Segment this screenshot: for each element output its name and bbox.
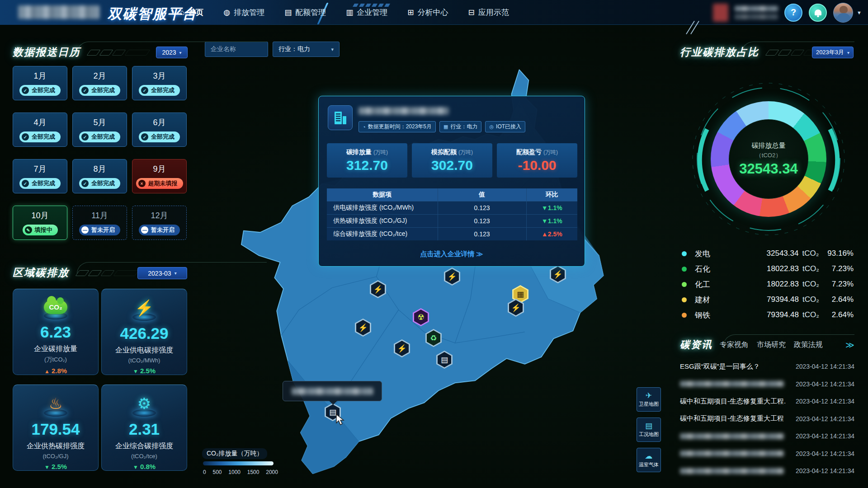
- legend-value: 32543.34: [749, 249, 799, 258]
- news-item[interactable]: 2023-04-12 14:21:34: [680, 427, 854, 445]
- news-item[interactable]: 2023-04-12 14:21:34: [680, 375, 854, 393]
- layer-button-工况地图[interactable]: ▤工况地图: [637, 418, 661, 442]
- news-title-redacted: [680, 381, 784, 387]
- nav-item-排放管理[interactable]: ◍排放管理: [223, 7, 264, 18]
- nav-item-企业管理[interactable]: ▥企业管理: [346, 7, 387, 18]
- month-status-badge: ✎填报中: [23, 225, 58, 235]
- notification-bell-button[interactable]: [809, 4, 827, 22]
- brand-logo-redacted: [18, 5, 99, 19]
- industry-select[interactable]: 行业：电力 ▾: [273, 42, 340, 57]
- table-hb-cell: ▼1.1%: [526, 214, 577, 227]
- news-item[interactable]: ESG跟“双碳”是一回事么？2023-04-12 14:21:34: [680, 358, 854, 375]
- nav-item-分析中心[interactable]: ⊞分析中心: [407, 7, 448, 18]
- enterprise-popup: ◔数据更新时间：2023年5月▦行业：电力◎IOT已接入 碳排放量 (万吨)31…: [318, 96, 585, 267]
- org-name-redacted: [735, 6, 778, 19]
- month-label: 2月: [93, 70, 106, 81]
- bolt-icon: ⚡: [509, 300, 523, 315]
- badge-label: IOT已接入: [496, 123, 521, 131]
- month-status-badge: ✓全部完成: [19, 85, 61, 96]
- month-card-9月[interactable]: 9月×超期未填报: [132, 159, 187, 193]
- bolt-icon: ⚡: [356, 320, 370, 335]
- mouse-cursor: [335, 414, 345, 426]
- month-status-badge: ✓全部完成: [79, 131, 120, 142]
- iot-icon: ◎: [489, 124, 494, 130]
- scale-tick: 500: [212, 469, 222, 475]
- news-title: 碳中和五期项目-生态修复重大工程...: [680, 397, 786, 406]
- news-tab-专家视角[interactable]: 专家视角: [720, 340, 749, 350]
- month-card-1月[interactable]: 1月✓全部完成: [13, 66, 67, 100]
- nav-item-label: 首页: [188, 7, 203, 18]
- title-deco: [89, 50, 148, 56]
- month-grid: 1月✓全部完成2月✓全部完成3月✓全部完成4月✓全部完成5月✓全部完成6月✓全部…: [13, 66, 187, 240]
- badge-label: 行业：电力: [450, 123, 477, 131]
- layer-button-卫星地图[interactable]: ✈卫星地图: [637, 387, 661, 412]
- server-icon: ▤: [645, 422, 652, 430]
- popup-stat-label: 配额盈亏 (万吨): [516, 148, 558, 156]
- month-card-12月[interactable]: 12月—暂未开启: [132, 206, 187, 240]
- nav-item-label: 排放管理: [234, 7, 264, 18]
- avatar-dropdown-caret[interactable]: ▼: [857, 10, 862, 15]
- month-card-4月[interactable]: 4月✓全部完成: [13, 113, 67, 147]
- legend-value: 79394.48: [749, 310, 799, 319]
- news-timestamp: 2023-04-12 14:21:34: [796, 398, 854, 405]
- table-header-row: 数据项值环比: [327, 188, 577, 201]
- news-item[interactable]: 2023-04-12 14:21:34: [680, 462, 854, 480]
- nav-item-应用示范[interactable]: ⊟应用示范: [468, 7, 509, 18]
- news-more-arrow[interactable]: ≫: [845, 340, 854, 350]
- help-button[interactable]: ?: [784, 4, 802, 22]
- status-icon: ✓: [81, 87, 89, 94]
- panel-title-text: 区域碳排放: [13, 267, 69, 278]
- month-label: 4月: [33, 117, 46, 128]
- month-label: 3月: [153, 70, 165, 81]
- donut-center: 碳排放总量 （tCO2） 32543.34: [729, 119, 808, 199]
- map-tooltip: [283, 381, 382, 401]
- legend-percent: 7.23%: [828, 280, 854, 289]
- triangle-down-icon: ▼1.1%: [542, 204, 562, 211]
- legend-dot: [682, 282, 687, 287]
- news-item[interactable]: 碳中和五期项目-生态修复重大工程2023-04-12 14:21:34: [680, 410, 854, 428]
- legend-name: 石化: [695, 264, 749, 274]
- month-card-5月[interactable]: 5月✓全部完成: [72, 113, 127, 147]
- nav-item-配额管理[interactable]: ▤配额管理: [284, 7, 326, 18]
- news-list: ESG跟“双碳”是一回事么？2023-04-12 14:21:342023-04…: [680, 358, 854, 480]
- delta-text: 2.5%: [50, 463, 67, 470]
- month-status-badge: —暂未开启: [79, 225, 120, 235]
- region-period-dropdown[interactable]: 2023-03 ▾: [137, 267, 187, 279]
- status-text: 全部完成: [151, 133, 175, 141]
- news-tab-政策法规[interactable]: 政策法规: [794, 340, 823, 350]
- month-card-8月[interactable]: 8月✓全部完成: [72, 159, 127, 193]
- news-title-redacted: [680, 468, 784, 474]
- month-card-3月[interactable]: 3月✓全部完成: [132, 66, 187, 100]
- news-timestamp: 2023-04-12 14:21:34: [796, 380, 854, 388]
- calendar-year-dropdown[interactable]: 2023 ▾: [156, 47, 188, 58]
- news-item[interactable]: 2023-04-12 14:21:34: [680, 445, 854, 463]
- heat-icon: ♨: [49, 396, 62, 411]
- triangle-up-icon: ▲: [44, 368, 50, 375]
- news-item[interactable]: 碳中和五期项目-生态修复重大工程...2023-04-12 14:21:34: [680, 393, 854, 410]
- month-card-10月[interactable]: 10月✎填报中: [13, 206, 67, 240]
- radiation-icon: ☢: [414, 310, 428, 325]
- month-card-11月[interactable]: 11月—暂未开启: [72, 206, 127, 240]
- enterprise-detail-link[interactable]: 点击进入企业详情 ≫: [319, 250, 585, 258]
- legend-value: 18022.83: [749, 280, 799, 289]
- month-status-badge: ×超期未填报: [136, 178, 183, 189]
- month-card-6月[interactable]: 6月✓全部完成: [132, 113, 187, 147]
- legend-unit: tCO₂: [802, 249, 827, 258]
- month-card-7月[interactable]: 7月✓全部完成: [13, 159, 67, 193]
- month-label: 7月: [33, 164, 46, 174]
- legend-name: 化工: [695, 279, 749, 290]
- triangle-down-icon: ▼1.1%: [542, 217, 562, 225]
- news-tab-市场研究[interactable]: 市场研究: [757, 340, 786, 350]
- month-status-badge: ✓全部完成: [79, 178, 120, 189]
- stat-value: 179.54: [31, 420, 80, 438]
- industry-period-dropdown[interactable]: 2023年3月 ▾: [812, 47, 854, 58]
- heat-icon: ♨: [40, 391, 71, 416]
- nav-menu: ⌂首页◍排放管理▤配额管理▥企业管理⊞分析中心⊟应用示范: [180, 0, 509, 25]
- layer-button-温室气体[interactable]: ☁温室气体: [637, 448, 661, 472]
- scale-tick: 2000: [266, 469, 278, 475]
- user-avatar[interactable]: [833, 3, 853, 23]
- nav-item-首页[interactable]: ⌂首页: [180, 7, 203, 18]
- month-card-2月[interactable]: 2月✓全部完成: [72, 66, 127, 100]
- month-label: 1月: [33, 70, 46, 81]
- popup-badge: ◔数据更新时间：2023年5月: [359, 121, 436, 132]
